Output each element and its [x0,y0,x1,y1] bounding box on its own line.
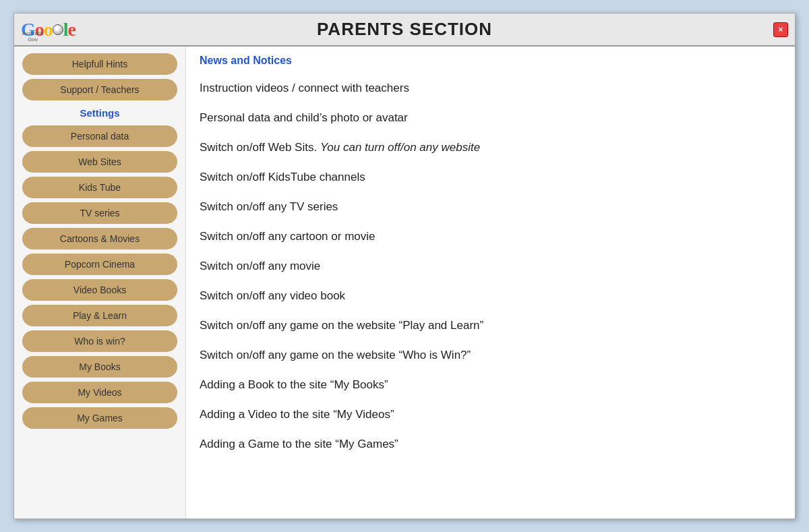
row-my-videos: Adding a Video to the site “My Videos” [200,400,781,430]
row-tv-series-text: Switch on/off any TV series [200,199,338,215]
page-title: PARENTS SECTION [317,19,492,40]
settings-label: Settings [22,105,177,121]
row-my-games-text: Adding a Game to the site “My Games” [200,436,398,452]
row-my-games: Adding a Game to the site “My Games” [200,430,781,459]
row-personal-data: Personal data and child’s photo or avata… [200,103,781,133]
sidebar-item-who-is-win[interactable]: Who is win? [22,330,177,352]
sidebar-item-my-books[interactable]: My Books [22,356,177,378]
main-window: Goole Australia Gov PARENTS SECTION × He… [13,13,796,519]
row-instruction-videos: Instruction videos / connect with teache… [200,73,781,103]
sidebar-item-play-learn[interactable]: Play & Learn [22,305,177,326]
row-popcorn: Switch on/off any movie [200,252,781,281]
row-cartoons: Switch on/off any cartoon or movie [200,222,781,252]
row-who-is-win: Switch on/off any game on the website “W… [200,341,781,370]
row-play-learn-text: Switch on/off any game on the website “P… [200,318,483,334]
row-my-books-text: Adding a Book to the site “My Books” [200,377,388,393]
logo-subtitle: Australia Gov [22,31,43,43]
row-tv-series: Switch on/off any TV series [200,192,781,222]
row-my-videos-text: Adding a Video to the site “My Videos” [200,407,394,423]
row-web-sites-text: Switch on/off Web Sits. You can turn off… [200,140,480,156]
row-web-sites: Switch on/off Web Sits. You can turn off… [200,133,781,162]
sidebar-item-kids-tube[interactable]: Kids Tube [22,177,177,198]
sidebar-item-cartoons-movies[interactable]: Cartoons & Movies [22,228,177,249]
sidebar: Helpfull Hints Support / Teachers Settin… [14,47,186,519]
row-personal-data-text: Personal data and child’s photo or avata… [200,110,408,126]
title-bar: Goole Australia Gov PARENTS SECTION × [14,13,795,47]
sidebar-item-popcorn-cinema[interactable]: Popcorn Cinema [22,254,177,275]
row-my-books: Adding a Book to the site “My Books” [200,370,781,400]
sidebar-item-web-sites[interactable]: Web Sites [22,151,177,173]
sidebar-item-video-books[interactable]: Video Books [22,279,177,301]
row-kids-tube: Switch on/off KidsTube channels [200,162,781,192]
logo-area: Goole Australia Gov [21,19,76,40]
sidebar-item-tv-series[interactable]: TV series [22,202,177,224]
main-content: Helpfull Hints Support / Teachers Settin… [14,47,795,519]
sidebar-item-helpfull-hints[interactable]: Helpfull Hints [22,53,177,75]
news-notices-label: News and Notices [200,55,781,67]
sidebar-item-my-games[interactable]: My Games [22,407,177,429]
sidebar-item-support-teachers[interactable]: Support / Teachers [22,79,177,100]
row-play-learn: Switch on/off any game on the website “P… [200,311,781,341]
row-who-is-win-text: Switch on/off any game on the website “W… [200,347,471,363]
close-button[interactable]: × [773,22,788,37]
row-popcorn-text: Switch on/off any movie [200,258,320,274]
row-cartoons-text: Switch on/off any cartoon or movie [200,229,376,245]
row-video-books-text: Switch on/off any video book [200,288,345,304]
content-area: News and Notices Instruction videos / co… [186,47,795,519]
row-kids-tube-text: Switch on/off KidsTube channels [200,169,365,185]
sidebar-item-my-videos[interactable]: My Videos [22,382,177,403]
row-video-books: Switch on/off any video book [200,281,781,311]
row-instruction-videos-text: Instruction videos / connect with teache… [200,80,409,96]
sidebar-item-personal-data[interactable]: Personal data [22,125,177,147]
